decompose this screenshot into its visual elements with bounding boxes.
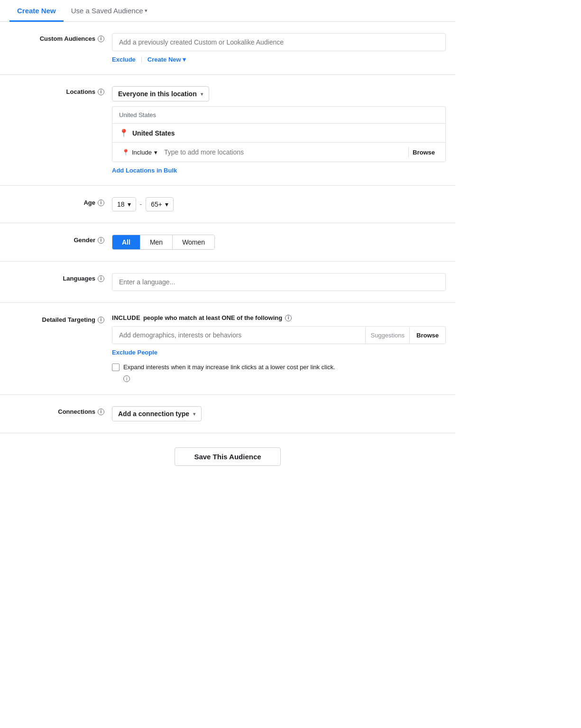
gender-label: Gender i xyxy=(9,237,104,244)
targeting-suggestions-label: Suggestions xyxy=(365,327,409,344)
age-section: Age i 18 ▾ - 65+ ▾ xyxy=(0,186,455,223)
add-location-input[interactable] xyxy=(160,146,408,158)
age-dash: - xyxy=(140,200,142,208)
gender-info-icon: i xyxy=(98,237,104,244)
gender-section: Gender i All Men Women xyxy=(0,223,455,262)
chevron-down-icon: ▾ xyxy=(165,200,168,208)
custom-audiences-label: Custom Audiences i xyxy=(9,35,104,42)
small-pin-icon: 📍 xyxy=(122,149,129,156)
targeting-input[interactable] xyxy=(112,327,365,344)
location-box: United States 📍 United States 📍 Include … xyxy=(112,106,446,162)
location-hint: United States xyxy=(112,107,445,124)
detailed-targeting-label: Detailed Targeting i xyxy=(9,316,104,323)
save-audience-button[interactable]: Save This Audience xyxy=(175,447,280,466)
exclude-button[interactable]: Exclude xyxy=(112,56,136,63)
custom-audiences-info-icon: i xyxy=(98,36,104,42)
gender-all-button[interactable]: All xyxy=(112,235,140,249)
chevron-down-icon: ▾ xyxy=(183,56,186,63)
divider xyxy=(141,56,142,63)
connections-info-icon: i xyxy=(98,409,104,415)
custom-audiences-input[interactable] xyxy=(112,33,446,51)
detailed-targeting-section: Detailed Targeting i INCLUDE people who … xyxy=(0,303,455,395)
age-min-dropdown[interactable]: 18 ▾ xyxy=(112,197,136,211)
locations-label: Locations i xyxy=(9,88,104,95)
exclude-people-button[interactable]: Exclude People xyxy=(112,349,157,356)
gender-button-group: All Men Women xyxy=(112,235,215,250)
chevron-down-icon: ▾ xyxy=(128,200,131,208)
chevron-down-icon: ▾ xyxy=(145,8,148,14)
create-new-button[interactable]: Create New ▾ xyxy=(148,56,186,63)
location-pin-icon: 📍 xyxy=(119,128,129,137)
targeting-description: INCLUDE people who match at least ONE of… xyxy=(112,314,446,321)
tab-saved-audience[interactable]: Use a Saved Audience ▾ xyxy=(64,0,156,22)
targeting-desc-info-icon: i xyxy=(285,315,292,321)
age-info-icon: i xyxy=(98,200,104,206)
add-locations-bulk-button[interactable]: Add Locations in Bulk xyxy=(112,167,177,174)
location-type-dropdown[interactable]: Everyone in this location ▾ xyxy=(112,86,209,101)
save-section: Save This Audience xyxy=(0,433,455,480)
expand-info-icon: i xyxy=(123,375,130,382)
gender-men-button[interactable]: Men xyxy=(140,235,173,249)
connection-type-dropdown[interactable]: Add a connection type ▾ xyxy=(112,406,202,421)
languages-info-icon: i xyxy=(98,275,104,282)
languages-input[interactable] xyxy=(112,273,446,291)
age-max-dropdown[interactable]: 65+ ▾ xyxy=(146,197,174,211)
expand-interests-checkbox[interactable] xyxy=(112,364,120,371)
chevron-down-icon: ▾ xyxy=(193,411,195,417)
chevron-down-icon: ▾ xyxy=(154,149,157,156)
languages-section: Languages i xyxy=(0,262,455,303)
connections-section: Connections i Add a connection type ▾ xyxy=(0,395,455,433)
locations-section: Locations i Everyone in this location ▾ … xyxy=(0,75,455,186)
location-browse-button[interactable]: Browse xyxy=(408,147,439,158)
detailed-targeting-info-icon: i xyxy=(98,317,104,323)
age-label: Age i xyxy=(9,199,104,206)
include-dropdown[interactable]: 📍 Include ▾ xyxy=(119,147,160,158)
connections-label: Connections i xyxy=(9,408,104,415)
locations-info-icon: i xyxy=(98,89,104,95)
expand-interests-row: Expand interests when it may increase li… xyxy=(112,363,446,383)
targeting-browse-button[interactable]: Browse xyxy=(409,327,445,344)
tab-create-new[interactable]: Create New xyxy=(9,0,64,22)
location-item: 📍 United States xyxy=(112,124,445,143)
gender-women-button[interactable]: Women xyxy=(173,235,214,249)
chevron-down-icon: ▾ xyxy=(201,91,203,97)
targeting-input-row: Suggestions Browse xyxy=(112,326,446,344)
tabs-bar: Create New Use a Saved Audience ▾ xyxy=(0,0,455,22)
languages-label: Languages i xyxy=(9,275,104,282)
custom-audiences-section: Custom Audiences i Exclude Create New ▾ xyxy=(0,22,455,75)
